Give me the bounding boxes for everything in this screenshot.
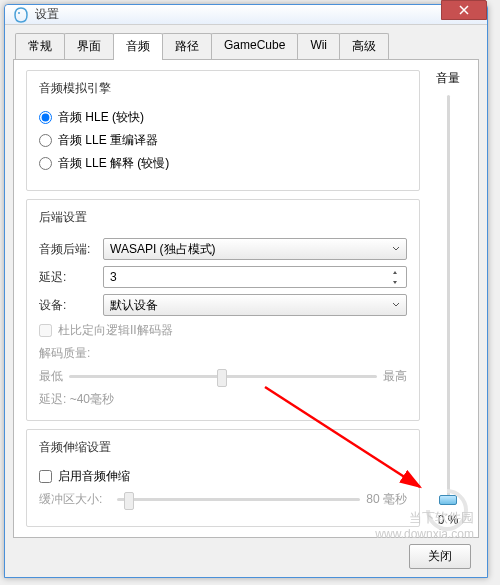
dialog-buttons: 关闭 bbox=[13, 538, 479, 569]
radio-hle-label: 音频 HLE (较快) bbox=[58, 109, 144, 126]
radio-hle[interactable]: 音频 HLE (较快) bbox=[39, 109, 407, 126]
tab-audio[interactable]: 音频 bbox=[113, 33, 163, 60]
latency-label: 延迟: bbox=[39, 269, 97, 286]
volume-slider[interactable] bbox=[447, 95, 450, 505]
tab-gamecube[interactable]: GameCube bbox=[211, 33, 298, 59]
radio-lle-interpreter[interactable]: 音频 LLE 解释 (较慢) bbox=[39, 155, 407, 172]
svg-point-0 bbox=[18, 12, 20, 14]
backend-select[interactable]: WASAPI (独占模式) bbox=[103, 238, 407, 260]
radio-lle-recompiler[interactable]: 音频 LLE 重编译器 bbox=[39, 132, 407, 149]
tab-interface[interactable]: 界面 bbox=[64, 33, 114, 59]
tab-general[interactable]: 常规 bbox=[15, 33, 65, 59]
dolby-checkbox-row: 杜比定向逻辑II解码器 bbox=[39, 322, 407, 339]
quality-low-label: 最低 bbox=[39, 368, 63, 385]
radio-lle-interpreter-input[interactable] bbox=[39, 157, 52, 170]
titlebar[interactable]: 设置 bbox=[5, 5, 487, 25]
quality-label: 解码质量: bbox=[39, 345, 407, 362]
latency-value: 3 bbox=[110, 270, 117, 284]
device-select-value: 默认设备 bbox=[110, 297, 158, 314]
dolby-checkbox bbox=[39, 324, 52, 337]
radio-lle-recompiler-label: 音频 LLE 重编译器 bbox=[58, 132, 158, 149]
quality-slider bbox=[69, 375, 377, 378]
tab-paths[interactable]: 路径 bbox=[162, 33, 212, 59]
window-title: 设置 bbox=[35, 6, 441, 23]
radio-lle-interpreter-label: 音频 LLE 解释 (较慢) bbox=[58, 155, 169, 172]
device-select[interactable]: 默认设备 bbox=[103, 294, 407, 316]
device-label: 设备: bbox=[39, 297, 97, 314]
tab-wii[interactable]: Wii bbox=[297, 33, 340, 59]
radio-hle-input[interactable] bbox=[39, 111, 52, 124]
backend-label: 音频后端: bbox=[39, 241, 97, 258]
buffer-value: 80 毫秒 bbox=[366, 491, 407, 508]
backend-select-value: WASAPI (独占模式) bbox=[110, 241, 216, 258]
quality-high-label: 最高 bbox=[383, 368, 407, 385]
quality-slider-thumb bbox=[217, 369, 227, 387]
latency-info: 延迟: ~40毫秒 bbox=[39, 391, 407, 408]
spinner-down[interactable] bbox=[390, 278, 400, 286]
backend-legend: 后端设置 bbox=[35, 209, 91, 226]
latency-spinner[interactable]: 3 bbox=[103, 266, 407, 288]
buffer-label: 缓冲区大小: bbox=[39, 491, 111, 508]
close-icon bbox=[459, 5, 469, 15]
tab-advanced[interactable]: 高级 bbox=[339, 33, 389, 59]
client-area: 常规 界面 音频 路径 GameCube Wii 高级 音频模拟引擎 音频 HL… bbox=[5, 25, 487, 577]
volume-column: 音量 0 % bbox=[428, 70, 468, 527]
volume-label: 音量 bbox=[436, 70, 460, 87]
volume-value: 0 % bbox=[438, 513, 459, 527]
radio-lle-recompiler-input[interactable] bbox=[39, 134, 52, 147]
main-column: 音频模拟引擎 音频 HLE (较快) 音频 LLE 重编译器 音频 LLE 解释… bbox=[26, 70, 420, 527]
stretch-enable-label: 启用音频伸缩 bbox=[58, 468, 130, 485]
stretch-group: 音频伸缩设置 启用音频伸缩 缓冲区大小: 80 毫秒 bbox=[26, 429, 420, 527]
spinner-up[interactable] bbox=[390, 269, 400, 277]
tab-panel-audio: 音频模拟引擎 音频 HLE (较快) 音频 LLE 重编译器 音频 LLE 解释… bbox=[13, 59, 479, 538]
chevron-down-icon bbox=[392, 242, 400, 256]
dolby-label: 杜比定向逻辑II解码器 bbox=[58, 322, 173, 339]
stretch-legend: 音频伸缩设置 bbox=[35, 439, 115, 456]
close-dialog-button[interactable]: 关闭 bbox=[409, 544, 471, 569]
chevron-down-icon bbox=[392, 298, 400, 312]
latency-row: 延迟: 3 bbox=[39, 266, 407, 288]
audio-engine-group: 音频模拟引擎 音频 HLE (较快) 音频 LLE 重编译器 音频 LLE 解释… bbox=[26, 70, 420, 191]
device-row: 设备: 默认设备 bbox=[39, 294, 407, 316]
backend-group: 后端设置 音频后端: WASAPI (独占模式) 延迟: 3 bbox=[26, 199, 420, 421]
app-icon bbox=[13, 7, 29, 23]
tab-strip: 常规 界面 音频 路径 GameCube Wii 高级 bbox=[15, 33, 479, 59]
backend-row: 音频后端: WASAPI (独占模式) bbox=[39, 238, 407, 260]
stretch-enable-checkbox[interactable] bbox=[39, 470, 52, 483]
close-button[interactable] bbox=[441, 0, 487, 20]
volume-slider-thumb[interactable] bbox=[439, 495, 457, 505]
buffer-slider bbox=[117, 498, 360, 501]
settings-window: 设置 常规 界面 音频 路径 GameCube Wii 高级 音频模拟引擎 音频 bbox=[4, 4, 488, 578]
buffer-slider-thumb bbox=[124, 492, 134, 510]
buffer-row: 缓冲区大小: 80 毫秒 bbox=[39, 491, 407, 508]
stretch-enable-row[interactable]: 启用音频伸缩 bbox=[39, 468, 407, 485]
audio-engine-legend: 音频模拟引擎 bbox=[35, 80, 115, 97]
quality-slider-row: 最低 最高 bbox=[39, 368, 407, 385]
